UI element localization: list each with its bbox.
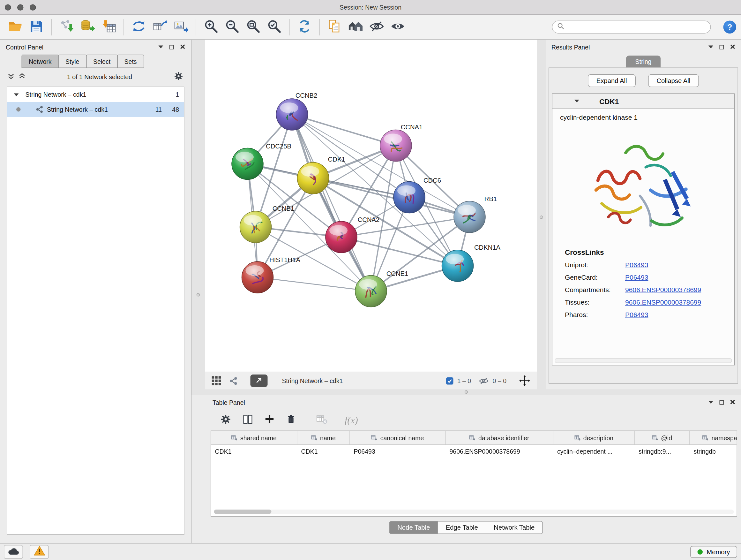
open-session-button[interactable] [5,17,26,38]
tab-sets[interactable]: Sets [117,55,144,68]
column-header[interactable]: canonical name [350,431,446,444]
apply-layout-button[interactable] [294,17,315,38]
zoom-in-button[interactable] [201,17,222,38]
close-window-button[interactable] [5,4,11,10]
first-neighbors-button[interactable] [128,17,149,38]
network-node-CDK1[interactable]: CDK1 [297,156,345,194]
left-splitter[interactable] [192,40,205,389]
string-network-icon [36,105,44,114]
search-input[interactable] [567,23,706,31]
splitter-handle[interactable] [465,390,468,394]
network-node-HIST1H1A[interactable]: HIST1H1A [242,256,300,294]
zoom-window-button[interactable] [30,4,36,10]
disclosure-triangle-icon[interactable] [14,93,19,96]
new-network-from-selection-button[interactable] [149,17,171,38]
results-buttons: Expand All Collapse All [549,74,738,87]
table-row[interactable]: CDK1 CDK1 P06493 9606.ENSP00000378699 cy… [211,445,737,458]
collapse-all-button[interactable]: Collapse All [648,74,699,87]
network-collection-row[interactable]: String Network – cdk1 1 [7,87,184,102]
minimize-window-button[interactable] [17,4,23,10]
toggle-glass-ball-button[interactable] [387,17,408,38]
delete-table-icon[interactable] [316,414,328,426]
gene-scrollbar[interactable] [555,358,732,363]
gene-card-header[interactable]: CDK1 [552,94,734,109]
horizontal-splitter[interactable] [192,389,741,395]
crosslink-link[interactable]: P06493 [625,261,648,269]
network-node-CDKN1A[interactable]: CDKN1A [442,244,501,282]
warnings-button[interactable] [30,545,49,559]
zoom-out-button[interactable] [222,17,243,38]
expand-all-button[interactable]: Expand All [588,74,636,87]
hidden-eye-slash-icon[interactable] [479,376,489,386]
panel-maximize-icon[interactable] [170,45,174,49]
toggle-structure-images-button[interactable] [366,17,387,38]
column-header[interactable]: @id [635,431,690,444]
network-node-CCNB2[interactable]: CCNB2 [276,92,318,130]
panel-close-icon[interactable] [730,44,736,51]
window-controls [5,0,36,14]
cloud-status-button[interactable] [4,545,23,559]
scrollbar-thumb[interactable] [214,509,272,514]
panel-close-icon[interactable] [180,44,185,51]
network-graph[interactable]: CCNB2CCNA1CDC25BCDK1CDC6RB1CCNB1CCNA2CDK… [205,40,537,372]
table-settings-gear-icon[interactable] [220,414,231,427]
crosslink-link[interactable]: P06493 [625,273,648,281]
show-columns-icon[interactable] [242,414,253,427]
pan-crosshair-icon[interactable] [519,375,530,387]
crosslink-link[interactable]: 9606.ENSP00000378699 [625,286,701,294]
toolbar-separator [196,19,197,35]
zoom-selected-button[interactable] [264,17,285,38]
import-network-from-database-button[interactable] [77,17,98,38]
gear-icon[interactable] [174,71,184,83]
collapse-all-icon[interactable] [8,73,14,81]
home-views-button[interactable] [345,17,366,38]
network-node-CCNA1[interactable]: CCNA1 [380,124,422,162]
crosslink-link[interactable]: 9606.ENSP00000378699 [625,299,701,306]
splitter-handle[interactable] [197,293,200,297]
panel-maximize-icon[interactable] [720,45,724,49]
column-header[interactable]: shared name [211,431,297,444]
column-header[interactable]: name [297,431,350,444]
crosslink-link[interactable]: P06493 [625,311,648,319]
zoom-fit-button[interactable] [243,17,264,38]
import-table-from-file-button[interactable] [98,17,119,38]
panel-float-icon[interactable] [709,401,713,404]
tab-network[interactable]: Network [22,55,59,68]
delete-column-trash-icon[interactable] [286,414,296,426]
help-button[interactable]: ? [724,21,737,34]
save-session-button[interactable] [26,17,47,38]
export-image-button[interactable] [171,17,192,38]
add-column-plus-icon[interactable] [264,414,275,426]
tab-node-table[interactable]: Node Table [389,521,438,534]
network-node-CCNB1[interactable]: CCNB1 [240,205,294,243]
function-builder-icon[interactable]: f(x) [345,415,358,426]
tab-edge-table[interactable]: Edge Table [437,521,486,534]
expand-all-icon[interactable] [19,73,25,81]
gene-disclosure-triangle-icon[interactable] [575,100,579,103]
selection-checkbox[interactable] [446,377,454,384]
tab-style[interactable]: Style [58,55,86,68]
column-header[interactable]: database identifier [446,431,554,444]
splitter-handle[interactable] [540,215,543,219]
protein-structure-image[interactable] [552,123,734,241]
copy-document-button[interactable] [324,17,345,38]
network-row[interactable]: String Network – cdk1 11 48 [7,102,184,117]
panel-float-icon[interactable] [158,46,163,49]
memory-button[interactable]: Memory [690,546,737,558]
horizontal-scrollbar[interactable] [214,509,734,514]
column-header[interactable]: description [553,431,635,444]
right-splitter[interactable] [537,40,546,389]
panel-maximize-icon[interactable] [720,400,724,405]
network-canvas[interactable]: CCNB2CCNA1CDC25BCDK1CDC6RB1CCNB1CCNA2CDK… [205,40,537,372]
import-network-from-file-button[interactable] [56,17,77,38]
column-header[interactable]: namespace [690,431,738,444]
tab-network-table[interactable]: Network Table [486,521,543,534]
birdseye-grid-icon[interactable] [212,376,221,386]
tab-select[interactable]: Select [86,55,118,68]
network-node-RB1[interactable]: RB1 [454,195,497,233]
panel-float-icon[interactable] [709,46,713,49]
network-share-icon[interactable] [229,376,238,385]
tab-string[interactable]: String [626,56,661,68]
panel-close-icon[interactable] [730,399,736,406]
open-view-button[interactable] [251,374,268,387]
